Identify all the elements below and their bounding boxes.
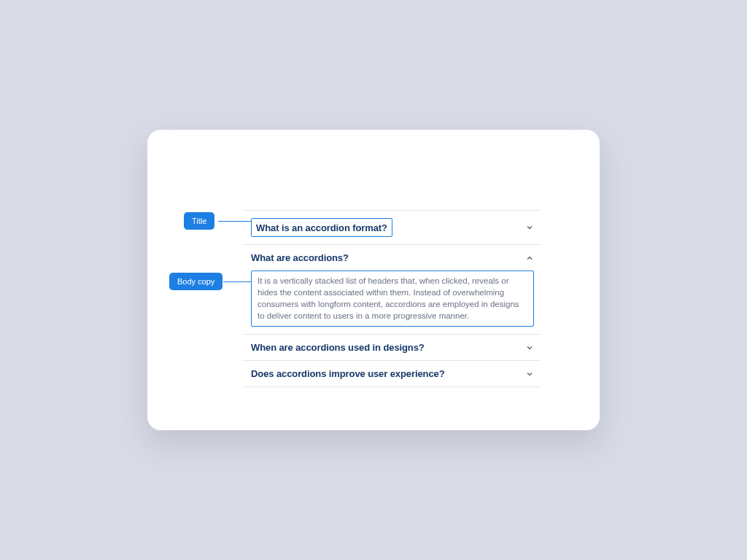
- accordion-header[interactable]: What are accordions?: [251, 252, 534, 263]
- accordion-header[interactable]: Does accordions improve user experience?: [251, 368, 534, 379]
- chevron-down-icon: [525, 370, 534, 378]
- accordion-title: When are accordions used in designs?: [251, 342, 425, 353]
- accordion-body-highlight: It is a vertically stacked list of heade…: [251, 271, 534, 327]
- accordion-title: What are accordions?: [251, 252, 349, 263]
- accordion-item: Does accordions improve user experience?: [242, 360, 541, 387]
- chevron-down-icon: [525, 343, 534, 352]
- annotation-body-tag: Body copy: [169, 273, 222, 290]
- accordion-title: What is an accordion format?: [256, 222, 387, 233]
- accordion-item: What are accordions? It is a vertically …: [242, 244, 541, 334]
- accordion-title-highlight: What is an accordion format?: [251, 218, 392, 237]
- accordion-header[interactable]: When are accordions used in designs?: [251, 342, 534, 353]
- accordion-item: When are accordions used in designs?: [242, 334, 541, 360]
- chevron-up-icon: [525, 254, 534, 262]
- chevron-down-icon: [525, 223, 534, 232]
- accordion-header[interactable]: What is an accordion format?: [251, 218, 534, 237]
- accordion-body: It is a vertically stacked list of heade…: [258, 276, 519, 320]
- accordion-item: What is an accordion format?: [242, 210, 541, 244]
- annotation-title-tag: Title: [184, 212, 214, 230]
- accordion: What is an accordion format? What are ac…: [242, 210, 541, 387]
- example-card: Title Body copy What is an accordion for…: [147, 130, 600, 430]
- accordion-title: Does accordions improve user experience?: [251, 368, 445, 379]
